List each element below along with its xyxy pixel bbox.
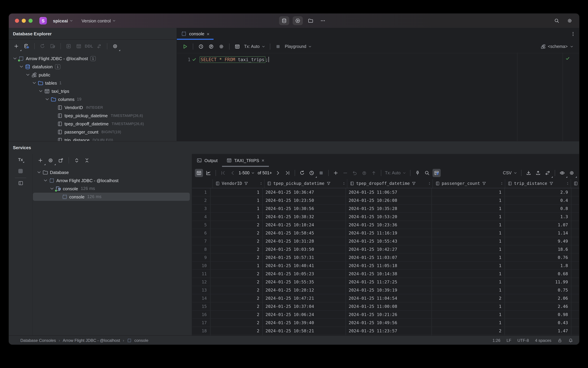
commit-button[interactable] (370, 169, 378, 177)
explorer-tree-item[interactable]: passenger_countBIGINT(19) (9, 128, 177, 136)
table-row[interactable]: 1722024-01-25 10:39:402024-01-25 10:49:5… (192, 319, 579, 327)
filter-funnel-icon[interactable] (482, 181, 487, 186)
cell-Rate[interactable] (571, 270, 579, 278)
cell-VendorID[interactable]: 2 (211, 294, 263, 302)
table-row[interactable]: 1522024-01-25 10:37:042024-01-25 11:00:0… (192, 303, 579, 311)
cell-tpep_pickup_datetime[interactable]: 2024-01-25 10:30:56 (263, 204, 346, 212)
explorer-tree-item[interactable]: Arrow Flight JDBC - @localhost1 (9, 54, 177, 63)
datasource-settings-button[interactable] (22, 42, 31, 50)
cell-VendorID[interactable]: 2 (211, 229, 263, 237)
column-header-trip_distance[interactable]: trip_distance (505, 179, 571, 188)
cell-trip_distance[interactable]: 1.07 (505, 221, 571, 229)
filter-funnel-icon[interactable] (411, 181, 416, 186)
cell-VendorID[interactable]: 1 (211, 196, 263, 204)
grid-settings-button[interactable] (568, 169, 576, 177)
explorer-tree-item[interactable]: trip_distanceDOUBLE(0) (9, 136, 177, 141)
cell-passenger_count[interactable]: 1 (432, 311, 505, 318)
cell-Rate[interactable] (571, 229, 579, 237)
explorer-tree-item[interactable]: VendorIDINTEGER (9, 103, 177, 111)
cell-passenger_count[interactable]: 1 (432, 270, 505, 278)
table-row[interactable]: 1322024-01-25 10:28:122024-01-25 10:39:1… (192, 286, 579, 294)
table-row[interactable]: 722024-01-25 10:31:282024-01-25 10:55:43… (192, 237, 579, 245)
lock-open-icon[interactable] (557, 338, 562, 343)
table-row[interactable]: 622024-01-25 10:58:452024-01-25 11:16:19… (192, 229, 579, 237)
cell-trip_distance[interactable]: 0.4 (505, 196, 571, 204)
chevron-down-icon[interactable] (25, 72, 31, 77)
cell-VendorID[interactable]: 2 (211, 278, 263, 286)
close-tab-icon[interactable]: × (207, 31, 209, 36)
cell-trip_distance[interactable]: 18.6 (505, 245, 571, 253)
indent-widget[interactable]: 4 spaces (535, 338, 551, 343)
cell-passenger_count[interactable]: 1 (432, 229, 505, 237)
chevron-down-icon[interactable] (19, 64, 24, 69)
table-row[interactable]: 212024-01-25 10:23:502024-01-25 10:26:08… (192, 196, 579, 204)
minimize-window-button[interactable] (22, 19, 26, 23)
cell-VendorID[interactable]: 2 (211, 237, 263, 245)
cell-passenger_count[interactable]: 2 (432, 294, 505, 302)
revert-button[interactable] (351, 169, 359, 177)
cell-tpep_dropoff_datetime[interactable]: 2024-01-25 10:23:36 (346, 221, 432, 229)
project-files-button[interactable] (306, 16, 315, 25)
cell-tpep_dropoff_datetime[interactable]: 2024-01-25 11:04:54 (346, 294, 432, 302)
cell-trip_distance[interactable]: 0.43 (505, 319, 571, 327)
column-header-VendorID[interactable]: VendorID (213, 179, 265, 188)
column-header-tpep_pickup_datetime[interactable]: tpep_pickup_datetime (265, 179, 347, 188)
cell-tpep_dropoff_datetime[interactable]: 2024-01-25 11:23:57 (346, 327, 432, 335)
chevron-down-icon[interactable] (32, 80, 37, 86)
run-query-button[interactable] (181, 43, 189, 51)
table-row[interactable]: 312024-01-25 10:30:562024-01-25 10:35:28… (192, 204, 579, 213)
import-data-button[interactable] (534, 169, 542, 177)
cell-trip_distance[interactable]: 1.3 (505, 213, 571, 221)
cell-Rate[interactable] (571, 294, 579, 302)
column-header-Rate[interactable]: Rate (571, 179, 579, 188)
cell-trip_distance[interactable]: 0.75 (505, 286, 571, 294)
cell-passenger_count[interactable]: 1 (432, 278, 505, 286)
code-editor[interactable]: 1 SELECT * FROM taxi_trips; (177, 53, 579, 141)
cell-tpep_pickup_datetime[interactable]: 2024-01-25 10:40:41 (263, 262, 346, 269)
explorer-tree-item[interactable]: tpep_pickup_datetimeTIMESTAMP(26,6) (9, 111, 177, 120)
cell-passenger_count[interactable]: 1 (432, 213, 505, 221)
open-data-button[interactable] (75, 42, 83, 50)
sort-arrows-icon[interactable] (500, 182, 504, 185)
cell-VendorID[interactable]: 1 (211, 204, 263, 212)
run-configuration-button[interactable] (293, 16, 303, 25)
explorer-tree-item[interactable]: tables1 (9, 79, 177, 87)
cell-passenger_count[interactable]: 1 (432, 221, 505, 229)
cell-tpep_dropoff_datetime[interactable]: 2024-01-25 10:42:27 (346, 245, 432, 253)
breadcrumb-console[interactable]: console (134, 338, 148, 343)
open-each-in-new-tab-button[interactable] (57, 156, 65, 165)
cell-VendorID[interactable]: 2 (211, 270, 263, 278)
cell-VendorID[interactable]: 2 (211, 221, 263, 229)
first-page-button[interactable] (219, 169, 227, 177)
tx-mode-select[interactable]: Tx: Auto (243, 44, 266, 49)
cell-VendorID[interactable]: 2 (211, 303, 263, 310)
cell-tpep_pickup_datetime[interactable]: 2024-01-25 10:57:31 (263, 254, 346, 261)
find-button[interactable] (423, 169, 431, 177)
table-row[interactable]: 412024-01-25 10:38:322024-01-25 10:53:20… (192, 213, 579, 221)
compare-data-button[interactable] (543, 169, 552, 177)
add-row-button[interactable] (332, 169, 340, 177)
chart-view-button[interactable] (204, 169, 213, 177)
table-row[interactable]: 922024-01-25 10:57:312024-01-25 11:03:07… (192, 254, 579, 262)
cell-Rate[interactable] (571, 303, 579, 310)
tx-toggle-button[interactable]: Tx (9, 157, 32, 162)
table-view-button[interactable] (195, 169, 203, 177)
cell-trip_distance[interactable]: 2.06 (505, 294, 571, 302)
stop-process-button[interactable] (9, 169, 32, 173)
open-query-console-button[interactable] (64, 42, 73, 50)
tab-taxi-trips[interactable]: TAXI_TRIPS × (222, 154, 269, 167)
cell-passenger_count[interactable]: 1 (432, 286, 505, 294)
explorer-tree-item[interactable]: taxi_trips (9, 87, 177, 95)
cell-tpep_pickup_datetime[interactable]: 2024-01-25 10:03:50 (263, 245, 346, 253)
in-editor-results-button[interactable] (233, 43, 241, 51)
project-menu[interactable]: spiceai (51, 17, 75, 24)
cell-passenger_count[interactable]: 1 (432, 188, 505, 196)
view-mode-button[interactable] (46, 156, 55, 165)
cell-trip_distance[interactable]: 0.8 (505, 204, 571, 212)
table-row[interactable]: 1012024-01-25 10:40:412024-01-25 11:05:1… (192, 262, 579, 270)
cell-Rate[interactable] (571, 213, 579, 221)
version-control-menu[interactable]: Version control (80, 17, 118, 24)
cell-Rate[interactable] (571, 278, 579, 286)
console-settings-button[interactable] (217, 43, 225, 51)
table-row[interactable]: 1622024-01-25 10:06:242024-01-25 10:21:2… (192, 311, 579, 319)
